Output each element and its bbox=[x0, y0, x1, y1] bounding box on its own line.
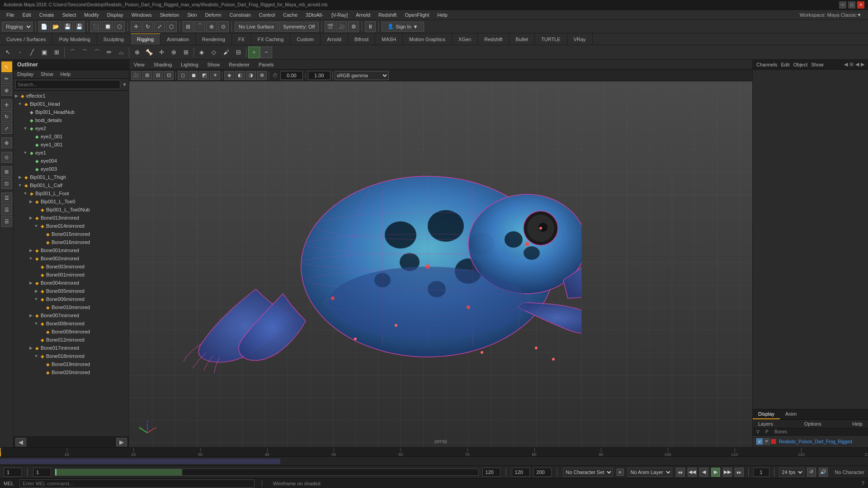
ipr-btn[interactable]: 🎥 bbox=[336, 21, 347, 32]
viewport-menu-shading[interactable]: Shading bbox=[149, 61, 176, 69]
help-icon[interactable]: ? bbox=[861, 480, 864, 487]
menu-create[interactable]: Create bbox=[36, 11, 58, 19]
tree-item-bone001mirrored-b[interactable]: ◆ Bone001mirrored bbox=[14, 271, 129, 279]
menu-windows[interactable]: Windows bbox=[128, 11, 156, 19]
tree-item-bone009mirrored[interactable]: ◆ Bone009mirrored bbox=[14, 328, 129, 336]
vpt-gamma-select[interactable]: sRGB gamma bbox=[335, 71, 389, 80]
vpt-ao-btn[interactable]: ◑ bbox=[246, 71, 256, 80]
tab-sculpting[interactable]: Sculpting bbox=[97, 33, 131, 45]
tab-mash[interactable]: MASH bbox=[375, 33, 403, 45]
visibility-toggle[interactable]: V bbox=[756, 438, 763, 445]
menu-select[interactable]: Select bbox=[59, 11, 80, 19]
vpt-xray-btn[interactable]: ◈ bbox=[224, 71, 234, 80]
channels-menu[interactable]: Channels bbox=[756, 62, 777, 67]
snap-grid-btn[interactable]: ⊞ bbox=[183, 21, 193, 32]
edit-menu[interactable]: Edit bbox=[781, 62, 789, 67]
tree-item-bip001ltoe0[interactable]: ▶ ◆ Bip001_L_Toe0 bbox=[14, 197, 129, 206]
vpt-frame-input[interactable] bbox=[280, 71, 303, 80]
edge-mode-btn[interactable]: ╱ bbox=[26, 47, 38, 58]
tree-item-bip001head[interactable]: ▼ ◆ Bip001_Head bbox=[14, 100, 129, 108]
tree-item-bip001lfoot[interactable]: ▼ ◆ Bip001_L_Foot bbox=[14, 189, 129, 197]
menu-edit[interactable]: Edit bbox=[19, 11, 35, 19]
menu-arnold[interactable]: Arnold bbox=[352, 11, 374, 19]
tree-item-bone012mirrored[interactable]: ◆ Bone012mirrored bbox=[14, 336, 129, 344]
anim-end-input[interactable] bbox=[512, 468, 530, 477]
tab-xgen[interactable]: XGen bbox=[452, 33, 478, 45]
panel-icon3[interactable]: ◀ bbox=[855, 61, 859, 67]
crv-bezier-btn[interactable]: ⌒ bbox=[91, 47, 103, 58]
snap-manip-left[interactable]: ⊡ bbox=[1, 178, 12, 189]
tab-curves-surfaces[interactable]: Curves / Surfaces bbox=[0, 33, 52, 45]
tab-motion-graphics[interactable]: Motion Graphics bbox=[403, 33, 452, 45]
vpt-ortho-btn[interactable]: ⊞ bbox=[142, 71, 152, 80]
crv-ep-btn[interactable]: ⌒ bbox=[66, 47, 78, 58]
uvshell-mode-btn[interactable]: ⊞ bbox=[51, 47, 62, 58]
mirror-weights-btn[interactable]: ⊟ bbox=[232, 47, 244, 58]
timeline-bar[interactable] bbox=[0, 457, 868, 465]
new-file-btn[interactable]: 📄 bbox=[38, 21, 49, 32]
go-end-btn[interactable]: ⏭ bbox=[735, 468, 744, 477]
tree-item-eye003[interactable]: ◆ eye003 bbox=[14, 165, 129, 173]
tab-custom[interactable]: Custom bbox=[290, 33, 321, 45]
show-menu[interactable]: Show bbox=[811, 62, 824, 67]
outliner-menu-display[interactable]: Display bbox=[14, 70, 37, 78]
joint-btn[interactable]: ⊕ bbox=[131, 47, 143, 58]
outliner-search-input[interactable] bbox=[15, 80, 120, 89]
move-tool-left[interactable]: ✛ bbox=[1, 99, 12, 110]
ik-btn[interactable]: 🦴 bbox=[143, 47, 155, 58]
menu-file[interactable]: File bbox=[3, 11, 18, 19]
pause-btn[interactable]: ⏸ bbox=[365, 21, 376, 32]
tab-fx[interactable]: FX bbox=[232, 33, 251, 45]
paint-tool-left[interactable]: ✏ bbox=[1, 73, 12, 84]
tab-animation[interactable]: Animation bbox=[160, 33, 196, 45]
menu-deform[interactable]: Deform bbox=[202, 11, 225, 19]
panel-icon1[interactable]: ◀ bbox=[844, 61, 848, 67]
rotate-tool-left[interactable]: ↻ bbox=[1, 111, 12, 122]
workspace-label[interactable]: Workspace: Maya Classic▼ bbox=[800, 12, 865, 18]
layers-menu[interactable]: Layers bbox=[756, 421, 775, 427]
vpt-res-btn[interactable]: ⊡ bbox=[164, 71, 174, 80]
menu-help[interactable]: Help bbox=[434, 11, 451, 19]
viewport-menu-view[interactable]: View bbox=[129, 61, 149, 69]
anim-tab[interactable]: Anim bbox=[780, 409, 802, 419]
tab-arnold[interactable]: Arnold bbox=[321, 33, 348, 45]
vertex-mode-btn[interactable]: ⋅ bbox=[14, 47, 26, 58]
tree-item-bone002mirrored[interactable]: ▼ ◆ Bone002mirrored bbox=[14, 254, 129, 263]
fps-select[interactable]: 24 fps bbox=[779, 468, 804, 477]
move-tool-btn[interactable]: ✛ bbox=[131, 21, 142, 32]
tree-item-bodi-details[interactable]: ◆ bodi_details bbox=[14, 116, 129, 124]
help-menu[interactable]: Help bbox=[850, 421, 864, 427]
current-frame-input[interactable] bbox=[4, 468, 22, 477]
save-as-btn[interactable]: 💾 bbox=[74, 21, 85, 32]
tree-item-eye2001[interactable]: ◆ eye2_001 bbox=[14, 132, 129, 141]
snap-surface-btn[interactable]: ⊙ bbox=[218, 21, 229, 32]
vpt-texture-btn[interactable]: ◩ bbox=[199, 71, 209, 80]
no-live-surface-btn[interactable]: No Live Surface bbox=[235, 22, 278, 32]
tree-item-bone015mirrored[interactable]: ◆ Bone015mirrored bbox=[14, 230, 129, 238]
tree-item-eye1001[interactable]: ◆ eye1_001 bbox=[14, 141, 129, 149]
layer2-left[interactable]: ☰ bbox=[1, 204, 12, 215]
viewport-menu-panels[interactable]: Panels bbox=[254, 61, 278, 69]
menu-skeleton[interactable]: Skeleton bbox=[156, 11, 183, 19]
play-btn[interactable]: ▶ bbox=[711, 468, 720, 477]
no-anim-layer-select[interactable]: No Anim Layer bbox=[627, 468, 672, 477]
rendersettings-btn[interactable]: ⚙ bbox=[348, 21, 359, 32]
tree-item-bone019mirrored[interactable]: ◆ Bone019mirrored bbox=[14, 360, 129, 368]
menu-cache[interactable]: Cache bbox=[279, 11, 301, 19]
tree-item-bone007mirrored[interactable]: ▶ ◆ Bone007mirrored bbox=[14, 311, 129, 319]
timeline-slider[interactable] bbox=[55, 469, 479, 476]
vpt-light-btn[interactable]: ☀ bbox=[210, 71, 220, 80]
sign-in-btn[interactable]: 👤 Sign In ▼ bbox=[382, 22, 424, 32]
mel-input[interactable] bbox=[19, 479, 255, 488]
bones-list-item[interactable]: V P Realistic_Poison_Dart_Frog_Rigged bbox=[753, 437, 868, 446]
display-tab[interactable]: Display bbox=[753, 409, 780, 419]
tree-item-bip001headnub[interactable]: ◆ Bip001_HeadNub bbox=[14, 108, 129, 116]
search-dropdown-icon[interactable]: ▼ bbox=[122, 82, 127, 87]
tab-rigging[interactable]: Rigging bbox=[131, 33, 160, 45]
vpt-wire-btn[interactable]: ◻ bbox=[178, 71, 188, 80]
orient-tool-left[interactable]: ⊕ bbox=[1, 137, 12, 148]
tree-item-bone013mirrored[interactable]: ▶ ◆ Bone013mirrored bbox=[14, 214, 129, 222]
tree-item-bone004mirrored[interactable]: ▶ ◆ Bone004mirrored bbox=[14, 279, 129, 287]
tree-item-eye1[interactable]: ▼ ◆ eye1 bbox=[14, 149, 129, 157]
range-start-input[interactable] bbox=[33, 468, 51, 477]
